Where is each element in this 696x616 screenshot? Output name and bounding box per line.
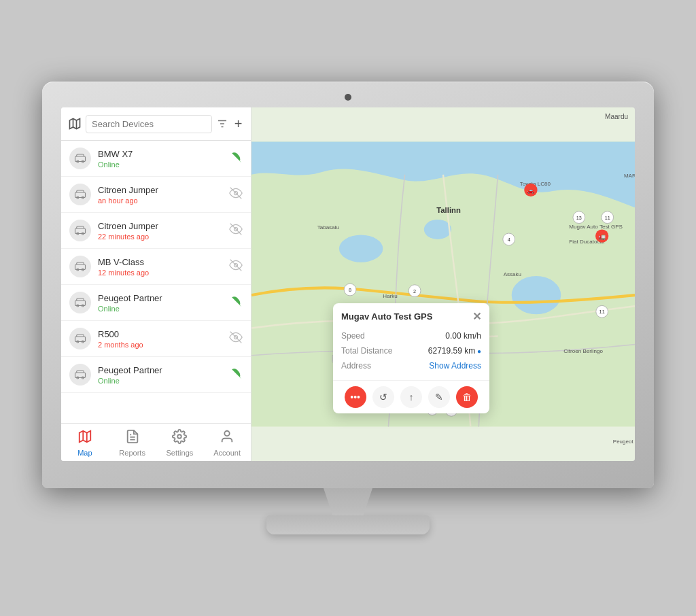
- sidebar: + BMW X7OnlineCitroen Jumperan hour agoC…: [61, 107, 251, 461]
- monitor-screen: + BMW X7OnlineCitroen Jumperan hour agoC…: [61, 107, 635, 461]
- refresh-button[interactable]: ↺: [372, 386, 394, 408]
- map-area: Tallinn Tabasalu Harku Saue Assaku Citro…: [251, 107, 635, 461]
- svg-line-12: [230, 188, 242, 199]
- device-name: BMW X7: [98, 149, 222, 159]
- svg-text:Assaku: Assaku: [504, 271, 521, 277]
- device-info: BMW X7Online: [98, 149, 222, 169]
- device-action-icon[interactable]: [229, 366, 243, 383]
- svg-text:🚗: 🚗: [527, 186, 535, 194]
- device-list: BMW X7OnlineCitroen Jumperan hour agoCit…: [61, 141, 251, 423]
- device-status: Online: [98, 377, 222, 385]
- maardu-label: Maardu: [605, 113, 628, 120]
- svg-text:11: 11: [605, 215, 610, 221]
- device-name: Peugeot Partner: [98, 365, 222, 375]
- nav-item-settings[interactable]: Settings: [156, 424, 204, 461]
- device-icon: [69, 328, 91, 349]
- device-status: Online: [98, 160, 222, 169]
- device-list-item[interactable]: Citroen Jumper22 minutes ago: [61, 213, 251, 249]
- add-device-button[interactable]: +: [232, 114, 244, 133]
- device-list-item[interactable]: Peugeot PartnerOnline: [61, 285, 251, 321]
- device-name: MB V-Class: [98, 257, 222, 267]
- map-nav-icon: [77, 429, 92, 447]
- device-info: Peugeot PartnerOnline: [98, 293, 222, 313]
- popup-header: Mugav Auto Test GPS ✕: [333, 303, 489, 328]
- map-nav-label: Map: [77, 449, 92, 457]
- monitor-camera: [345, 94, 351, 101]
- device-list-item[interactable]: Citroen Jumperan hour ago: [61, 177, 251, 213]
- svg-text:11: 11: [599, 309, 605, 315]
- device-list-item[interactable]: BMW X7Online: [61, 141, 251, 177]
- distance-value: 62719.59 km: [428, 346, 481, 356]
- device-info: Citroen Jumper22 minutes ago: [98, 221, 222, 241]
- settings-nav-icon: [172, 429, 187, 447]
- device-list-item[interactable]: MB V-Class12 minutes ago: [61, 249, 251, 285]
- device-name: R500: [98, 329, 222, 339]
- svg-text:13: 13: [576, 215, 582, 221]
- address-label: Address: [341, 361, 371, 371]
- popup-speed-row: Speed 0.00 km/h: [341, 328, 481, 343]
- device-info: Peugeot PartnerOnline: [98, 365, 222, 385]
- device-action-icon[interactable]: [229, 330, 243, 347]
- filter-button[interactable]: [216, 114, 228, 133]
- device-icon: [69, 256, 91, 277]
- reports-nav-label: Reports: [119, 449, 145, 457]
- bottom-nav: MapReportsSettingsAccount: [61, 423, 251, 461]
- device-status: 12 minutes ago: [98, 269, 222, 277]
- search-input[interactable]: [86, 115, 212, 133]
- popup-close-button[interactable]: ✕: [472, 310, 481, 323]
- svg-text:8: 8: [349, 287, 351, 293]
- device-action-icon[interactable]: [229, 222, 243, 239]
- speed-value: 0.00 km/h: [445, 331, 481, 341]
- monitor-bezel: + BMW X7OnlineCitroen Jumperan hour agoC…: [42, 82, 654, 488]
- sidebar-header: +: [61, 107, 251, 141]
- svg-text:Harku: Harku: [383, 293, 397, 299]
- show-address-button[interactable]: Show Address: [429, 361, 481, 371]
- device-action-icon[interactable]: [229, 294, 243, 311]
- device-list-item[interactable]: R5002 months ago: [61, 321, 251, 357]
- monitor-wrapper: + BMW X7OnlineCitroen Jumperan hour agoC…: [42, 82, 654, 534]
- svg-point-42: [339, 235, 383, 262]
- device-action-icon[interactable]: [229, 150, 243, 167]
- account-nav-icon: [220, 429, 234, 447]
- device-icon: [69, 184, 91, 205]
- nav-item-map[interactable]: Map: [61, 424, 109, 461]
- device-status: 22 minutes ago: [98, 233, 222, 241]
- device-icon: [69, 364, 91, 386]
- upload-button[interactable]: ↑: [400, 386, 422, 408]
- device-action-icon[interactable]: [229, 258, 243, 275]
- svg-text:🚛: 🚛: [598, 233, 606, 241]
- edit-button[interactable]: ✎: [428, 386, 450, 408]
- svg-point-38: [178, 434, 182, 439]
- device-status: Online: [98, 305, 222, 313]
- settings-nav-label: Settings: [167, 449, 194, 457]
- device-list-item[interactable]: Peugeot PartnerOnline: [61, 357, 251, 393]
- device-info: R5002 months ago: [98, 329, 222, 349]
- map-toggle-button[interactable]: [68, 113, 82, 135]
- svg-text:Citroen Berlingo: Citroen Berlingo: [563, 348, 603, 354]
- svg-text:Tallinn: Tallinn: [436, 206, 461, 214]
- more-options-button[interactable]: •••: [345, 386, 366, 408]
- device-action-icon[interactable]: [229, 186, 243, 203]
- nav-item-reports[interactable]: Reports: [109, 424, 156, 461]
- device-status: 2 months ago: [98, 341, 222, 349]
- svg-line-22: [230, 260, 242, 271]
- svg-point-43: [424, 220, 451, 239]
- svg-text:Tabasalu: Tabasalu: [317, 224, 339, 230]
- speed-label: Speed: [341, 331, 365, 341]
- delete-button[interactable]: 🗑: [456, 386, 478, 408]
- svg-text:4: 4: [508, 237, 510, 243]
- popup-body: Speed 0.00 km/h Total Distance 62719.59 …: [333, 328, 489, 380]
- device-name: Peugeot Partner: [98, 293, 222, 303]
- device-icon: [69, 292, 91, 313]
- monitor-base: [266, 515, 430, 534]
- popup-address-row: Address Show Address: [341, 358, 481, 373]
- device-info: Citroen Jumperan hour ago: [98, 185, 222, 205]
- nav-item-account[interactable]: Account: [203, 424, 251, 461]
- device-status: an hour ago: [98, 196, 222, 205]
- svg-text:MARY1: MARY1: [624, 173, 635, 179]
- distance-label: Total Distance: [341, 346, 392, 356]
- device-name: Citroen Jumper: [98, 221, 222, 231]
- svg-line-30: [230, 332, 242, 343]
- monitor-neck: [317, 488, 379, 515]
- svg-line-17: [230, 224, 242, 235]
